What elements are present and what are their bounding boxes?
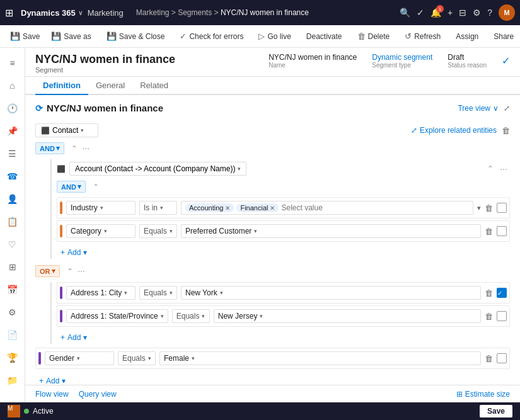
- account-and-badge[interactable]: AND ▾: [57, 181, 86, 193]
- gender-field-select[interactable]: Gender ▾: [45, 351, 114, 365]
- state-trash-icon[interactable]: 🗑: [485, 312, 493, 321]
- tag-accounting-close[interactable]: ✕: [225, 205, 230, 212]
- sidebar-menu-icon[interactable]: ≡: [3, 53, 23, 73]
- top-icon-bar: 🔍 ✓ 🔔1 + ⊟ ⚙ ? M: [400, 4, 515, 21]
- estimate-size-link[interactable]: ⊞ Estimate size: [456, 390, 510, 399]
- sidebar-calendar-icon[interactable]: 📅: [3, 280, 23, 300]
- account-sub-up-arrow[interactable]: ⌃: [93, 183, 99, 191]
- sidebar-contacts-icon[interactable]: ☎: [3, 166, 23, 186]
- category-trash-icon[interactable]: 🗑: [485, 227, 493, 236]
- sidebar-docs-icon[interactable]: 📋: [3, 212, 23, 232]
- save-button[interactable]: 💾 Save: [5, 29, 45, 43]
- query-view-link[interactable]: Query view: [79, 390, 117, 399]
- brand-name: Dynamics 365: [21, 8, 76, 18]
- industry-op-select[interactable]: Is in ▾: [139, 201, 177, 215]
- assign-button[interactable]: Assign: [451, 30, 483, 43]
- expand-icon[interactable]: ⤢: [504, 104, 510, 113]
- contact-ellipsis-btn[interactable]: ···: [80, 142, 93, 154]
- or-operator-badge[interactable]: OR ▾: [35, 265, 60, 277]
- industry-val-chevron[interactable]: ▾: [477, 204, 481, 212]
- city-field-select[interactable]: Address 1: City ▾: [66, 286, 136, 300]
- app-grid-icon[interactable]: ⊞: [5, 7, 13, 19]
- sidebar-heart-icon[interactable]: ♡: [3, 234, 23, 254]
- save-close-button[interactable]: 💾 Save & Close: [101, 29, 170, 43]
- industry-field-select[interactable]: Industry ▾: [66, 201, 136, 215]
- sidebar-home-icon[interactable]: ⌂: [3, 76, 23, 96]
- status-save-button[interactable]: Save: [480, 405, 512, 417]
- city-trash-icon[interactable]: 🗑: [485, 288, 493, 298]
- city-checkbox[interactable]: ✓: [497, 288, 507, 298]
- check-icon[interactable]: ✓: [417, 8, 424, 18]
- contact-entity-select[interactable]: ⬛ Contact ▾: [35, 123, 98, 137]
- tree-view-button[interactable]: Tree view ∨: [458, 104, 499, 113]
- notification-icon[interactable]: 🔔1: [430, 8, 441, 18]
- contact-trash-icon[interactable]: 🗑: [502, 126, 510, 135]
- brand-logo[interactable]: Dynamics 365 ∨: [21, 8, 83, 18]
- sidebar-trophy-icon[interactable]: 🏆: [3, 348, 23, 368]
- add-contact-condition-btn[interactable]: + Add ▾: [35, 375, 69, 385]
- tab-definition[interactable]: Definition: [35, 77, 88, 95]
- state-op-select[interactable]: Equals ▾: [172, 309, 210, 323]
- account-entity-select[interactable]: Account (Contact -> Account (Company Nam…: [69, 162, 246, 176]
- user-avatar[interactable]: M: [499, 4, 515, 21]
- tab-general[interactable]: General: [88, 77, 132, 95]
- and-operator-badge[interactable]: AND ▾: [35, 142, 64, 154]
- category-op-select[interactable]: Equals ▾: [139, 224, 177, 238]
- search-icon[interactable]: 🔍: [400, 8, 410, 18]
- sidebar-pinned-icon[interactable]: 📌: [3, 121, 23, 141]
- industry-trash-icon[interactable]: 🗑: [485, 203, 493, 213]
- gender-val-select[interactable]: Female ▾: [159, 351, 481, 365]
- sidebar-nav-icon[interactable]: ☰: [3, 144, 23, 164]
- sidebar-grid-icon[interactable]: ⊞: [3, 257, 23, 277]
- add-address-condition-btn[interactable]: + Add ▾: [57, 331, 91, 344]
- meta-segment-type-value: Dynamic segment: [372, 53, 432, 62]
- state-val-select[interactable]: New Jersey ▾: [214, 309, 481, 323]
- filter-icon[interactable]: ⊟: [459, 8, 466, 18]
- city-val-select[interactable]: New York ▾: [181, 286, 481, 300]
- help-icon[interactable]: ?: [487, 8, 492, 18]
- sidebar-folder-icon[interactable]: 📁: [3, 370, 23, 390]
- sidebar-file-icon[interactable]: 📄: [3, 325, 23, 345]
- deactivate-button[interactable]: Deactivate: [301, 30, 347, 43]
- sidebar-users-icon[interactable]: 👤: [3, 189, 23, 209]
- category-field-select[interactable]: Category ▾: [66, 224, 136, 238]
- or-ellipsis-btn[interactable]: ···: [75, 264, 88, 277]
- sidebar-gear-icon[interactable]: ⚙: [3, 302, 23, 322]
- tag-financial-close[interactable]: ✕: [270, 205, 275, 212]
- or-up-arrow[interactable]: ⌃: [67, 267, 73, 276]
- gender-trash-icon[interactable]: 🗑: [485, 354, 493, 363]
- share-button[interactable]: Share: [488, 30, 519, 43]
- city-op-select[interactable]: Equals ▾: [139, 286, 177, 300]
- industry-checkbox[interactable]: [497, 203, 507, 213]
- gender-op-select[interactable]: Equals ▾: [118, 351, 156, 365]
- flow-view-link[interactable]: Flow view: [35, 390, 69, 399]
- save-as-button[interactable]: 💾 Save as: [46, 29, 96, 43]
- account-ellipsis-btn[interactable]: ···: [497, 162, 510, 175]
- or-chevron-icon: ▾: [52, 267, 55, 275]
- check-errors-button[interactable]: ✓ Check for errors: [175, 29, 248, 43]
- add-icon[interactable]: +: [448, 8, 453, 18]
- category-val-select[interactable]: Preferred Customer ▾: [181, 224, 481, 238]
- industry-value-container[interactable]: Accounting ✕ Financial ✕: [181, 201, 473, 215]
- tab-related[interactable]: Related: [132, 77, 176, 95]
- gender-checkbox[interactable]: [497, 353, 507, 363]
- estimate-icon: ⊞: [456, 390, 463, 399]
- sidebar-recent-icon[interactable]: 🕐: [3, 98, 23, 118]
- add-condition-btn[interactable]: + Add ▾: [57, 246, 91, 259]
- state-checkbox[interactable]: [497, 311, 507, 321]
- check-errors-icon: ✓: [180, 31, 187, 41]
- state-field-select[interactable]: Address 1: State/Province ▾: [66, 309, 168, 323]
- account-up-arrow[interactable]: ⌃: [487, 164, 494, 173]
- settings-icon[interactable]: ⚙: [473, 8, 481, 18]
- category-checkbox[interactable]: [497, 226, 507, 236]
- nav-marketing[interactable]: Marketing: [88, 8, 124, 18]
- contact-up-arrow[interactable]: ⌃: [71, 144, 78, 153]
- delete-button[interactable]: 🗑 Delete: [352, 29, 395, 43]
- content-area: NYC/NJ women in finance Segment NYC/NJ w…: [25, 48, 520, 402]
- brand-chevron[interactable]: ∨: [78, 9, 83, 16]
- refresh-button[interactable]: ↺ Refresh: [400, 29, 446, 43]
- industry-value-input[interactable]: [281, 203, 376, 212]
- go-live-button[interactable]: ▷ Go live: [253, 29, 296, 43]
- explore-related-link[interactable]: ⤢ Explore related entities: [411, 126, 497, 135]
- state-field-chevron: ▾: [161, 313, 164, 319]
